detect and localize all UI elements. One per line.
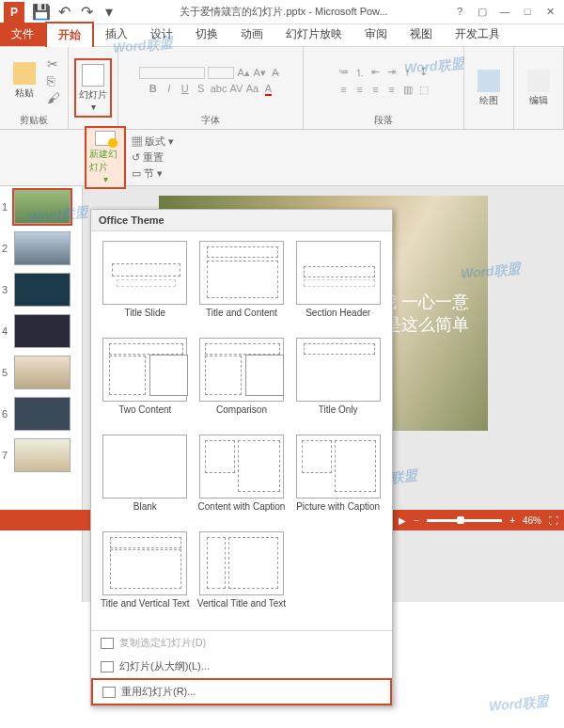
section-button[interactable]: ▭ 节 ▾ — [132, 166, 174, 181]
layout-theme-title: Office Theme — [91, 210, 392, 231]
line-spacing-icon[interactable]: ↕ — [401, 66, 415, 80]
layout-footer: 复制选定幻灯片(D) 幻灯片(从大纲)(L)... 重用幻灯片(R)... — [91, 630, 392, 705]
smartart-icon[interactable]: ⬚ — [417, 84, 431, 96]
align-left-icon[interactable]: ≡ — [337, 84, 351, 96]
italic-icon[interactable]: I — [163, 83, 176, 94]
qat-more-icon[interactable]: ▾ — [102, 5, 117, 20]
slide-text-1: 我 一心一意 — [380, 291, 469, 313]
tab-review[interactable]: 审阅 — [353, 23, 399, 46]
new-slide-button[interactable]: 新建幻灯片▾ — [85, 126, 126, 189]
zoom-in-icon[interactable]: + — [509, 515, 515, 526]
spacing-icon[interactable]: AV — [229, 83, 243, 94]
slides-from-outline-item[interactable]: 幻灯片(从大纲)(L)... — [91, 655, 392, 678]
zoom-slider[interactable] — [427, 519, 502, 522]
layout-title-slide[interactable]: Title Slide — [99, 239, 192, 332]
editing-button[interactable]: 编辑 — [520, 68, 557, 109]
tab-slideshow[interactable]: 幻灯片放映 — [274, 23, 353, 46]
app-icon: P — [4, 2, 24, 23]
layout-vertical-title[interactable]: Vertical Title and Text — [196, 530, 289, 623]
font-size-combo[interactable] — [208, 67, 234, 79]
layout-blank[interactable]: Blank — [99, 433, 192, 526]
underline-icon[interactable]: U — [179, 83, 192, 94]
layout-section-header[interactable]: Section Header — [291, 239, 384, 332]
window-title: 关于爱情箴言的幻灯片.pptx - Microsoft Pow... — [122, 5, 446, 19]
thumbnail-6[interactable] — [14, 397, 70, 431]
ribbon-options-icon[interactable]: ▢ — [476, 6, 489, 18]
cut-icon[interactable]: ✂ — [45, 56, 62, 71]
thumbnail-2[interactable] — [14, 231, 70, 265]
shadow-icon[interactable]: abc — [211, 83, 227, 94]
paste-button[interactable]: 粘贴 — [6, 60, 43, 102]
indent-left-icon[interactable]: ⇤ — [369, 66, 383, 80]
tab-developer[interactable]: 开发工具 — [444, 23, 511, 46]
bullets-icon[interactable]: ≔ — [337, 66, 351, 80]
fit-window-icon[interactable]: ⛶ — [549, 515, 558, 526]
reuse-slides-item[interactable]: 重用幻灯片(R)... — [91, 678, 392, 705]
justify-icon[interactable]: ≡ — [385, 84, 399, 96]
window-controls: ? ▢ — □ ✕ — [446, 6, 564, 18]
layout-picture-caption[interactable]: Picture with Caption — [291, 433, 384, 526]
tab-insert[interactable]: 插入 — [94, 23, 139, 46]
group-slides: 幻灯片▾ — [69, 47, 118, 129]
layout-two-content[interactable]: Two Content — [99, 336, 192, 429]
layout-comparison[interactable]: Comparison — [196, 336, 289, 429]
columns-icon[interactable]: ▥ — [401, 84, 415, 96]
group-font: A▴ A▾ A̶ B I U S abc AV Aa A 字体 — [118, 47, 304, 129]
thumbnail-4[interactable] — [14, 314, 70, 348]
tab-view[interactable]: 视图 — [399, 23, 444, 46]
redo-icon[interactable]: ↷ — [79, 5, 94, 20]
grow-font-icon[interactable]: A▴ — [237, 67, 250, 79]
thumbnail-1[interactable] — [14, 190, 70, 224]
group-clipboard: 粘贴 ✂ ⎘ 🖌 剪贴板 — [0, 47, 69, 129]
quick-access-toolbar: 💾 ↶ ↷ ▾ — [28, 5, 122, 20]
text-direction-icon[interactable]: ↧ — [417, 66, 431, 80]
help-icon[interactable]: ? — [453, 6, 466, 18]
clear-format-icon[interactable]: A̶ — [269, 67, 282, 79]
copy-icon[interactable]: ⎘ — [45, 73, 62, 88]
drawing-button[interactable]: 绘图 — [470, 68, 508, 109]
tab-home[interactable]: 开始 — [45, 22, 94, 47]
bold-icon[interactable]: B — [147, 83, 160, 94]
thumbnail-3[interactable] — [14, 273, 70, 307]
undo-icon[interactable]: ↶ — [56, 5, 71, 20]
layout-title-only[interactable]: Title Only — [291, 336, 384, 429]
strike-icon[interactable]: S — [195, 83, 208, 94]
minimize-icon[interactable]: — — [498, 6, 511, 18]
tab-transitions[interactable]: 切换 — [184, 23, 229, 46]
tab-animations[interactable]: 动画 — [229, 23, 274, 46]
layout-content-caption[interactable]: Content with Caption — [196, 433, 289, 526]
reset-button[interactable]: ↺ 重置 — [132, 150, 174, 165]
layout-button[interactable]: ▦ 版式 ▾ — [132, 135, 174, 149]
save-icon[interactable]: 💾 — [34, 5, 49, 20]
format-painter-icon[interactable]: 🖌 — [45, 90, 62, 105]
thumbnail-7[interactable] — [14, 438, 70, 472]
slides-subbar: 新建幻灯片▾ ▦ 版式 ▾ ↺ 重置 ▭ 节 ▾ — [0, 130, 564, 186]
case-icon[interactable]: Aa — [245, 83, 258, 94]
group-paragraph: ≔ ⒈ ⇤ ⇥ ↕ ↧ ≡ ≡ ≡ ≡ ▥ ⬚ 段落 — [304, 47, 464, 129]
view-slideshow-icon[interactable]: ▶ — [399, 515, 406, 526]
layout-dropdown: Office Theme Title Slide Title and Conte… — [90, 209, 393, 706]
group-editing: 编辑 — [514, 47, 564, 129]
thumbnail-5[interactable] — [14, 356, 70, 389]
ribbon-tabs: 文件 开始 插入 设计 切换 动画 幻灯片放映 审阅 视图 开发工具 — [0, 24, 564, 47]
zoom-value[interactable]: 46% — [523, 515, 541, 526]
align-right-icon[interactable]: ≡ — [369, 84, 383, 96]
layout-title-vertical[interactable]: Title and Vertical Text — [99, 530, 192, 623]
ribbon: 粘贴 ✂ ⎘ 🖌 剪贴板 幻灯片▾ A▴ A▾ A̶ — [0, 47, 564, 130]
shrink-font-icon[interactable]: A▾ — [253, 67, 266, 79]
layout-title-content[interactable]: Title and Content — [196, 239, 289, 332]
tab-file[interactable]: 文件 — [0, 23, 45, 46]
group-drawing: 绘图 — [464, 47, 514, 129]
font-family-combo[interactable] — [139, 67, 205, 79]
zoom-out-icon[interactable]: − — [414, 515, 419, 526]
numbering-icon[interactable]: ⒈ — [353, 66, 367, 80]
slides-button[interactable]: 幻灯片▾ — [74, 58, 112, 118]
duplicate-slides-item: 复制选定幻灯片(D) — [91, 631, 392, 655]
maximize-icon[interactable]: □ — [521, 6, 534, 18]
indent-right-icon[interactable]: ⇥ — [385, 66, 399, 80]
font-color-icon[interactable]: A — [261, 83, 274, 94]
slide-thumbnails: 1 2 3 4 5 6 7 — [0, 186, 83, 602]
align-center-icon[interactable]: ≡ — [353, 84, 367, 96]
close-icon[interactable]: ✕ — [543, 6, 556, 18]
tab-design[interactable]: 设计 — [139, 23, 184, 46]
